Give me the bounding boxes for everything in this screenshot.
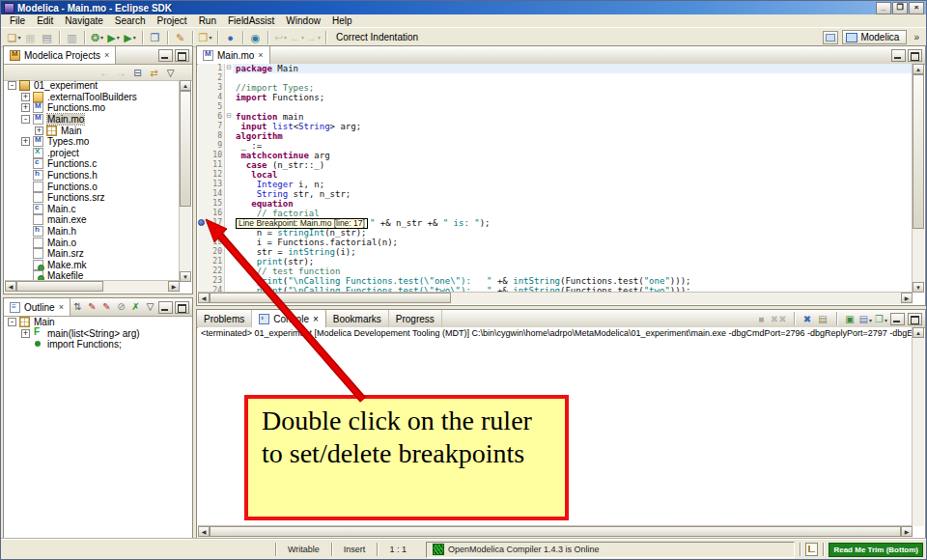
scroll-right-icon[interactable]: ▶	[168, 281, 180, 292]
code-line[interactable]: 19 i = Functions.factorial(n);	[198, 238, 913, 247]
outline-tree-item[interactable]: -Main	[5, 317, 191, 328]
trim-widget-icon[interactable]	[805, 543, 818, 556]
breakpoint-ruler[interactable]	[198, 83, 205, 93]
breakpoint-ruler[interactable]	[198, 209, 205, 218]
link-with-editor-icon[interactable]: ⇄	[148, 68, 160, 78]
breakpoint-ruler[interactable]	[198, 131, 205, 141]
project-tree-item[interactable]: Main.h	[5, 226, 180, 238]
projects-vscrollbar[interactable]: ▲ ▼	[179, 80, 191, 282]
editor-vscrollbar[interactable]: ▲ ▼	[912, 64, 924, 293]
tab-console[interactable]: Console×	[252, 310, 326, 327]
open-resource-icon[interactable]: ❒▾	[198, 30, 212, 45]
clear-console-icon[interactable]: ✖	[801, 314, 814, 324]
breakpoint-icon[interactable]	[198, 219, 205, 226]
project-tree-item[interactable]: Make.mk	[5, 260, 180, 271]
project-tree-item[interactable]: Functions.h	[5, 170, 180, 182]
menu-help[interactable]: Help	[326, 15, 358, 26]
dropdown-arrow-icon[interactable]: ▾	[885, 318, 887, 323]
breakpoint-ruler[interactable]	[198, 170, 205, 180]
project-tree-item[interactable]: Main.srz	[5, 248, 180, 260]
code-line[interactable]: 6⊟function main	[198, 112, 913, 122]
scroll-thumb[interactable]	[16, 281, 103, 292]
menu-file[interactable]: File	[4, 15, 31, 26]
breakpoint-ruler[interactable]	[198, 73, 205, 83]
project-tree-item[interactable]: -Main.mo	[5, 114, 180, 126]
scroll-left-icon[interactable]: ◀	[198, 293, 210, 303]
dropdown-arrow-icon[interactable]: ▾	[133, 31, 136, 44]
code-line[interactable]: 5	[198, 102, 913, 112]
hide-fields-icon[interactable]: ✎	[86, 301, 98, 314]
menu-search[interactable]: Search	[109, 15, 152, 26]
scroll-track[interactable]	[103, 281, 168, 293]
code-line[interactable]: 18 n = stringInt(n_str);	[198, 228, 913, 238]
scroll-down-icon[interactable]: ▼	[913, 282, 924, 293]
menu-navigate[interactable]: Navigate	[59, 15, 108, 26]
menu-edit[interactable]: Edit	[31, 15, 59, 26]
dropdown-arrow-icon[interactable]: ▾	[117, 31, 120, 44]
project-tree-item[interactable]: Functions.srz	[5, 192, 180, 204]
web-browser-icon[interactable]: ◉	[248, 30, 263, 45]
run-external-tools-icon[interactable]: ▶▾	[123, 30, 137, 45]
scroll-left-icon[interactable]: ◀	[5, 281, 16, 292]
scroll-thumb[interactable]	[210, 526, 901, 537]
expand-icon[interactable]: +	[21, 103, 30, 112]
code-line[interactable]: 17Line Breakpoint: Main.mo [line: 17]" +…	[198, 218, 913, 228]
code-line[interactable]: 16 // factorial	[198, 209, 913, 218]
breakpoint-ruler[interactable]	[198, 276, 205, 286]
project-tree-item[interactable]: +Main	[5, 125, 180, 136]
code-line[interactable]: 13 Integer i, n;	[198, 180, 913, 189]
tab-main-mo[interactable]: Main.mo ×	[197, 46, 270, 64]
dropdown-arrow-icon[interactable]: ▾	[100, 31, 103, 44]
fold-collapse-icon[interactable]: ⊟	[224, 64, 233, 73]
print-icon[interactable]: ▤	[40, 30, 54, 45]
breakpoint-ruler[interactable]	[198, 238, 205, 247]
scroll-right-icon[interactable]: ▶	[901, 293, 913, 303]
code-line[interactable]: 10 matchcontinue arg	[198, 151, 913, 160]
console-vscrollbar[interactable]: ▲	[912, 327, 924, 526]
new-wizard-icon[interactable]: ❏▾	[7, 30, 21, 45]
scroll-lock-icon[interactable]: ▤	[817, 314, 829, 324]
breakpoint-ruler[interactable]	[198, 64, 205, 73]
minimize-view-button[interactable]	[158, 49, 173, 62]
breakpoint-ruler[interactable]	[198, 228, 205, 238]
project-tree-item[interactable]: Functions.c	[5, 158, 180, 170]
dropdown-arrow-icon[interactable]: ▾	[17, 31, 20, 44]
code-line[interactable]: 12 local	[198, 170, 913, 180]
breakpoint-ruler[interactable]	[198, 112, 205, 122]
project-tree-item[interactable]: +Functions.mo	[5, 102, 180, 114]
project-tree-item[interactable]: Functions.o	[5, 181, 180, 192]
view-menu-icon[interactable]: ▽	[144, 301, 156, 314]
code-line[interactable]: 8algorithm	[198, 131, 913, 141]
tab-progress[interactable]: Progress	[389, 310, 442, 327]
collapse-icon[interactable]: -	[21, 115, 30, 124]
code-line[interactable]: 22 // test function	[198, 266, 913, 276]
open-type-icon[interactable]: ❒	[148, 30, 162, 45]
expand-icon[interactable]: +	[35, 126, 43, 135]
maximize-view-button[interactable]	[175, 49, 189, 62]
tab-modelica-projects[interactable]: Modelica Projects ×	[4, 46, 116, 64]
project-tree-item[interactable]: -01_experiment	[5, 80, 180, 92]
breakpoint-ruler[interactable]	[198, 141, 205, 151]
breakpoint-ruler[interactable]	[198, 266, 205, 276]
collapse-all-icon[interactable]: ⊟	[131, 68, 144, 78]
project-tree-item[interactable]: +Types.mo	[5, 136, 180, 148]
console-hscrollbar[interactable]: ◀ ▶	[198, 525, 913, 538]
breakpoint-ruler[interactable]	[198, 180, 205, 189]
outline-tree-item[interactable]: +main(list<String> arg)	[5, 328, 191, 340]
breakpoint-ruler[interactable]	[198, 151, 205, 160]
hide-non-public-icon[interactable]: ⊘	[115, 301, 127, 314]
tab-outline[interactable]: Outline ×	[4, 298, 70, 316]
code-area[interactable]: 1⊟package Main23//import Types;4import F…	[198, 64, 913, 293]
fold-collapse-icon[interactable]: ⊟	[224, 112, 233, 122]
breakpoint-ruler[interactable]	[198, 102, 205, 112]
maximize-editor-button[interactable]	[908, 49, 922, 62]
code-line[interactable]: 11 case (n_str::_)	[198, 160, 913, 170]
dropdown-arrow-icon[interactable]: ▾	[869, 318, 872, 323]
project-tree-item[interactable]: .project	[5, 148, 180, 159]
menu-window[interactable]: Window	[280, 15, 326, 26]
breakpoint-ruler[interactable]	[198, 93, 205, 102]
debug-icon[interactable]: ❂▾	[90, 30, 104, 45]
code-line[interactable]: 2	[198, 73, 913, 83]
project-tree-item[interactable]: Main.c	[5, 204, 180, 215]
editor-hscrollbar[interactable]: ◀ ▶	[198, 292, 913, 304]
